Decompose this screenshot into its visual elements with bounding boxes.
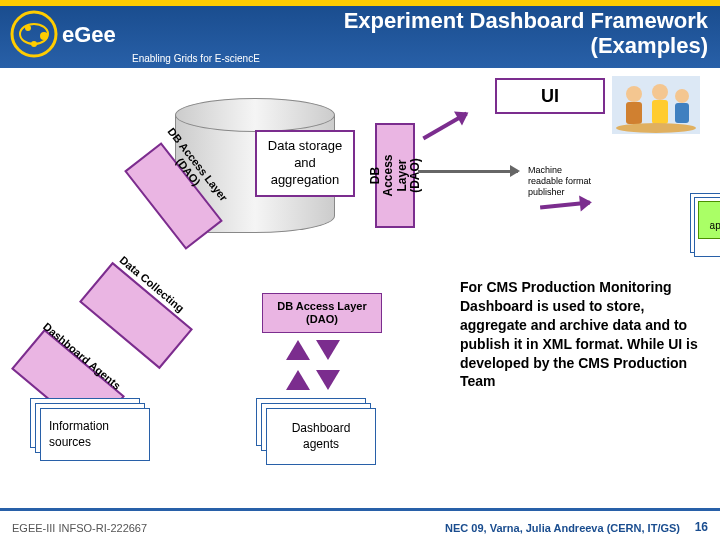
svg-text:eGee: eGee [62,22,116,47]
footer-left: EGEE-III INFSO-RI-222667 [12,522,147,534]
dashboard-agents-box: Dashboard agents [266,408,376,465]
svg-rect-8 [626,102,642,124]
footer: EGEE-III INFSO-RI-222667 NEC 09, Varna, … [0,508,720,540]
header: eGee Experiment Dashboard Framework (Exa… [0,0,720,68]
svg-point-2 [25,25,31,31]
dao-vertical-label: DB Access Layer (DAO) [343,156,448,196]
people-image [612,76,700,134]
svg-point-7 [626,86,642,102]
egee-logo: eGee [8,10,128,58]
arrow-down-2 [316,370,340,390]
arrow-to-apps [540,200,590,209]
arrow-to-ui [422,112,467,140]
footer-right: NEC 09, Varna, Julia Andreeva (CERN, IT/… [445,522,680,534]
machine-readable-label: Machine readable format publisher [528,165,598,197]
page-subtitle: Enabling Grids for E-sciencE [132,53,260,64]
arrow-machine-readable [418,170,518,173]
page-number: 16 [695,520,708,534]
svg-point-4 [31,41,37,47]
svg-point-0 [12,12,56,56]
svg-rect-10 [652,100,668,124]
info-sources-box: Information sources [40,408,150,461]
arrow-up-1 [286,340,310,360]
svg-point-9 [652,84,668,100]
other-apps-box: Other applications [698,201,720,239]
page-title: Experiment Dashboard Framework (Examples… [344,8,708,59]
arrow-up-2 [286,370,310,390]
svg-point-13 [616,123,696,133]
ui-box: UI [495,78,605,114]
diagram-area: UI Data storage and aggregation DB Acces… [0,68,720,508]
svg-point-11 [675,89,689,103]
dao-pink-box: DB Access Layer (DAO) [262,293,382,333]
storage-box: Data storage and aggregation [255,130,355,197]
description-text: For CMS Production Monitoring Dashboard … [460,278,700,391]
svg-point-3 [40,32,48,40]
svg-rect-12 [675,103,689,123]
arrow-down-1 [316,340,340,360]
